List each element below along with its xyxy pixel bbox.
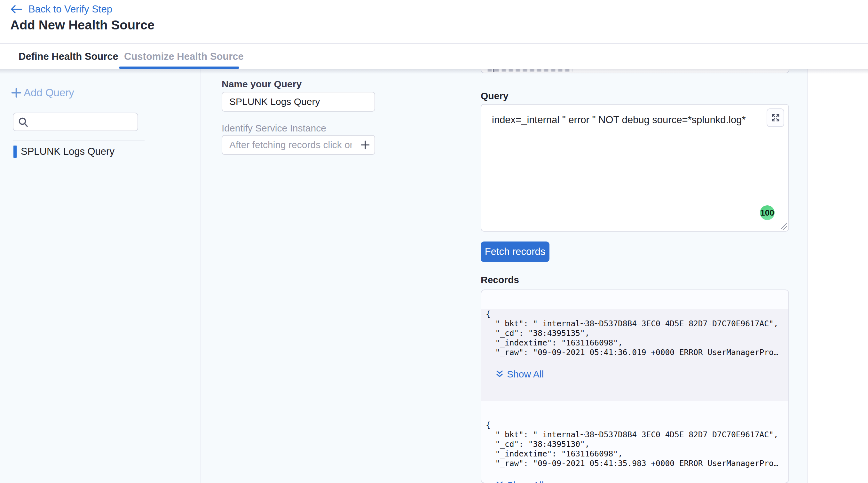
right-gutter <box>808 69 868 483</box>
maximize-icon <box>771 113 781 123</box>
records-label: Records <box>481 274 519 285</box>
record-card: { "_bkt": "_internal~38~D537D8B4-3EC0-4D… <box>481 309 788 401</box>
page-title: Add New Health Source <box>10 18 154 32</box>
show-all-link[interactable]: Show All <box>495 480 544 483</box>
add-query-label: Add Query <box>24 87 74 99</box>
tab-customize-health-source[interactable]: Customize Health Source <box>124 51 244 62</box>
clipped-top-input[interactable] <box>481 69 789 73</box>
plus-icon[interactable] <box>360 140 371 150</box>
clipped-text-remnant <box>488 69 572 72</box>
sidebar-item-splunk-logs-query[interactable]: SPLUNK Logs Query <box>13 146 115 158</box>
content-right-divider <box>807 69 808 483</box>
fetch-records-button[interactable]: Fetch records <box>481 241 550 262</box>
clipped-text-cursor <box>493 69 494 72</box>
tab-bar: Define Health Source Customize Health So… <box>0 44 868 69</box>
query-search-box <box>13 113 138 131</box>
sidebar-divider <box>200 69 201 483</box>
name-your-query-label: Name your Query <box>222 79 302 90</box>
arrow-left-icon <box>10 5 22 13</box>
record-card: { "_bkt": "_internal~38~D537D8B4-3EC0-4D… <box>481 420 788 483</box>
show-all-label: Show All <box>507 369 544 380</box>
records-panel: { "_bkt": "_internal~38~D537D8B4-3EC0-4D… <box>481 290 789 483</box>
plus-icon <box>11 87 22 98</box>
back-link-label: Back to Verify Step <box>28 3 112 15</box>
query-text: index=_internal " error " NOT debug sour… <box>492 114 745 126</box>
query-label: Query <box>481 91 508 101</box>
chevron-double-down-icon <box>495 370 504 379</box>
selected-query-indicator <box>13 146 17 158</box>
tab-define-health-source[interactable]: Define Health Source <box>19 51 118 62</box>
customize-health-source-pane: Add Query SPLUNK Logs Query Name your Qu… <box>0 69 868 483</box>
resize-diagonal-icon[interactable] <box>780 222 787 230</box>
query-name-input[interactable] <box>222 92 375 112</box>
query-textarea[interactable]: index=_internal " error " NOT debug sour… <box>481 104 789 232</box>
record-count-badge: 100 <box>760 205 775 220</box>
sidebar-query-name: SPLUNK Logs Query <box>21 146 115 157</box>
show-all-label: Show All <box>507 480 544 483</box>
expand-query-button[interactable] <box>767 109 784 127</box>
chevron-double-down-icon <box>495 481 504 483</box>
service-instance-input[interactable] <box>222 135 375 155</box>
search-icon <box>18 117 29 128</box>
identify-service-instance-label: Identify Service Instance <box>222 123 326 134</box>
sidebar-section-divider <box>13 140 145 141</box>
back-to-verify-link[interactable]: Back to Verify Step <box>10 3 112 15</box>
active-tab-underline <box>119 66 239 69</box>
record-json: { "_bkt": "_internal~38~D537D8B4-3EC0-4D… <box>486 309 788 357</box>
add-query-button[interactable]: Add Query <box>11 87 74 99</box>
record-json: { "_bkt": "_internal~38~D537D8B4-3EC0-4D… <box>486 420 788 468</box>
query-search-input[interactable] <box>31 114 135 130</box>
service-instance-field <box>222 135 375 155</box>
show-all-link[interactable]: Show All <box>495 369 544 380</box>
